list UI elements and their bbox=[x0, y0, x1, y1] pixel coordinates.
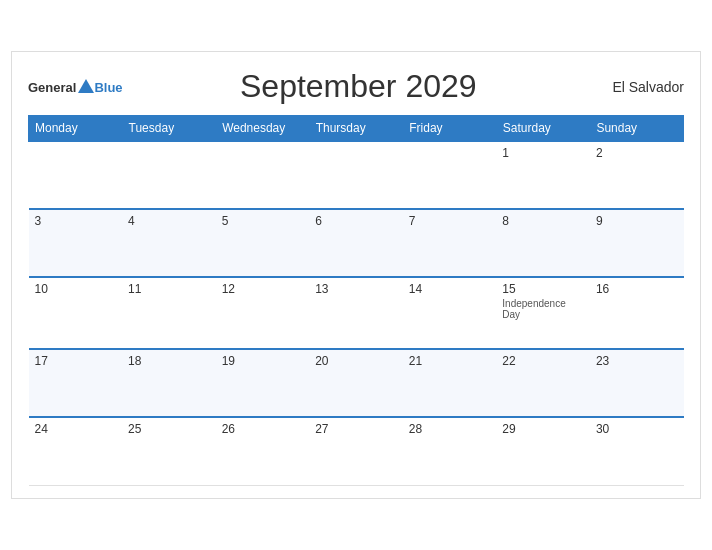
day-number: 3 bbox=[35, 214, 117, 228]
day-number: 2 bbox=[596, 146, 678, 160]
event-label: Independence Day bbox=[502, 298, 584, 320]
day-number: 27 bbox=[315, 422, 397, 436]
cell-w2-d1: 3 bbox=[29, 209, 123, 277]
day-number: 29 bbox=[502, 422, 584, 436]
cell-w4-d1: 17 bbox=[29, 349, 123, 417]
cell-w3-d1: 10 bbox=[29, 277, 123, 349]
day-number: 22 bbox=[502, 354, 584, 368]
cell-w2-d2: 4 bbox=[122, 209, 216, 277]
day-number: 28 bbox=[409, 422, 491, 436]
cell-w3-d3: 12 bbox=[216, 277, 310, 349]
cell-w3-d6: 15Independence Day bbox=[496, 277, 590, 349]
header-thursday: Thursday bbox=[309, 116, 403, 142]
days-header-row: Monday Tuesday Wednesday Thursday Friday… bbox=[29, 116, 684, 142]
day-number: 14 bbox=[409, 282, 491, 296]
day-number: 10 bbox=[35, 282, 117, 296]
day-number: 4 bbox=[128, 214, 210, 228]
day-number: 12 bbox=[222, 282, 304, 296]
week-row-3: 101112131415Independence Day16 bbox=[29, 277, 684, 349]
logo-blue-text: Blue bbox=[94, 81, 122, 94]
country-label: El Salvador bbox=[594, 79, 684, 95]
day-number: 20 bbox=[315, 354, 397, 368]
day-number: 21 bbox=[409, 354, 491, 368]
cell-w3-d2: 11 bbox=[122, 277, 216, 349]
cell-w5-d6: 29 bbox=[496, 417, 590, 485]
day-number: 25 bbox=[128, 422, 210, 436]
calendar-header: General Blue September 2029 El Salvador bbox=[28, 68, 684, 105]
day-number: 13 bbox=[315, 282, 397, 296]
cell-w1-d3 bbox=[216, 141, 310, 209]
day-number: 1 bbox=[502, 146, 584, 160]
cell-w5-d5: 28 bbox=[403, 417, 497, 485]
cell-w3-d5: 14 bbox=[403, 277, 497, 349]
header-tuesday: Tuesday bbox=[122, 116, 216, 142]
cell-w4-d7: 23 bbox=[590, 349, 684, 417]
day-number: 17 bbox=[35, 354, 117, 368]
header-saturday: Saturday bbox=[496, 116, 590, 142]
cell-w1-d7: 2 bbox=[590, 141, 684, 209]
cell-w5-d3: 26 bbox=[216, 417, 310, 485]
header-sunday: Sunday bbox=[590, 116, 684, 142]
day-number: 16 bbox=[596, 282, 678, 296]
cell-w5-d7: 30 bbox=[590, 417, 684, 485]
cell-w2-d3: 5 bbox=[216, 209, 310, 277]
cell-w1-d1 bbox=[29, 141, 123, 209]
logo-general-text: General bbox=[28, 81, 76, 94]
day-number: 11 bbox=[128, 282, 210, 296]
cell-w5-d4: 27 bbox=[309, 417, 403, 485]
cell-w5-d1: 24 bbox=[29, 417, 123, 485]
logo: General Blue bbox=[28, 79, 123, 94]
cell-w2-d5: 7 bbox=[403, 209, 497, 277]
cell-w2-d4: 6 bbox=[309, 209, 403, 277]
day-number: 15 bbox=[502, 282, 584, 296]
cell-w5-d2: 25 bbox=[122, 417, 216, 485]
cell-w1-d4 bbox=[309, 141, 403, 209]
cell-w4-d4: 20 bbox=[309, 349, 403, 417]
day-number: 26 bbox=[222, 422, 304, 436]
cell-w1-d2 bbox=[122, 141, 216, 209]
cell-w4-d3: 19 bbox=[216, 349, 310, 417]
day-number: 8 bbox=[502, 214, 584, 228]
day-number: 6 bbox=[315, 214, 397, 228]
calendar-container: General Blue September 2029 El Salvador … bbox=[11, 51, 701, 499]
day-number: 19 bbox=[222, 354, 304, 368]
calendar-grid: Monday Tuesday Wednesday Thursday Friday… bbox=[28, 115, 684, 486]
week-row-4: 17181920212223 bbox=[29, 349, 684, 417]
day-number: 7 bbox=[409, 214, 491, 228]
week-row-5: 24252627282930 bbox=[29, 417, 684, 485]
cell-w1-d6: 1 bbox=[496, 141, 590, 209]
day-number: 23 bbox=[596, 354, 678, 368]
day-number: 18 bbox=[128, 354, 210, 368]
day-number: 24 bbox=[35, 422, 117, 436]
header-friday: Friday bbox=[403, 116, 497, 142]
day-number: 30 bbox=[596, 422, 678, 436]
week-row-2: 3456789 bbox=[29, 209, 684, 277]
cell-w1-d5 bbox=[403, 141, 497, 209]
day-number: 5 bbox=[222, 214, 304, 228]
cell-w2-d6: 8 bbox=[496, 209, 590, 277]
cell-w4-d6: 22 bbox=[496, 349, 590, 417]
cell-w3-d7: 16 bbox=[590, 277, 684, 349]
cell-w4-d5: 21 bbox=[403, 349, 497, 417]
header-wednesday: Wednesday bbox=[216, 116, 310, 142]
logo-triangle-icon bbox=[78, 79, 94, 93]
cell-w4-d2: 18 bbox=[122, 349, 216, 417]
calendar-title: September 2029 bbox=[123, 68, 594, 105]
header-monday: Monday bbox=[29, 116, 123, 142]
cell-w3-d4: 13 bbox=[309, 277, 403, 349]
cell-w2-d7: 9 bbox=[590, 209, 684, 277]
day-number: 9 bbox=[596, 214, 678, 228]
week-row-1: 12 bbox=[29, 141, 684, 209]
